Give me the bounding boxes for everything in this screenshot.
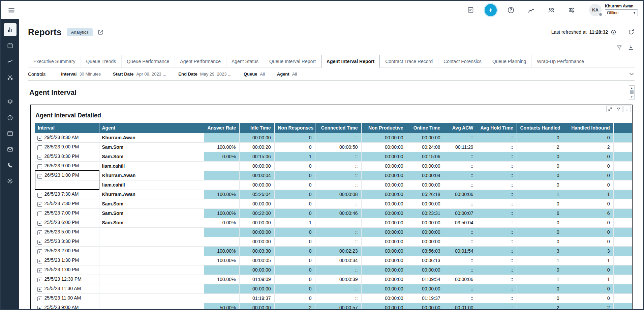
help-icon[interactable] [505, 4, 517, 16]
expand-row-icon[interactable]: + [37, 249, 42, 254]
tab-executive-summary[interactable]: Executive Summary [28, 55, 81, 67]
sidebar-item-calendar[interactable] [4, 39, 17, 52]
interval-cell[interactable]: −25/5/23 7:00 PM [35, 208, 99, 218]
column-header-avg-acw[interactable]: Avg ACW [444, 123, 477, 133]
download-icon[interactable] [628, 45, 634, 51]
agent-cell[interactable] [99, 284, 204, 293]
interval-cell[interactable]: +25/5/23 9:00 AM [35, 303, 99, 309]
collapse-row-icon[interactable]: − [37, 155, 42, 160]
agent-cell[interactable]: liam.cahill [99, 180, 204, 190]
sidebar-item-dashboard[interactable] [4, 127, 17, 140]
agent-cell[interactable] [99, 275, 204, 284]
interval-cell[interactable]: −25/5/23 6:00 PM [35, 218, 99, 227]
interval-cell[interactable]: −26/5/23 9:00 PM [35, 161, 99, 171]
sliders-icon[interactable] [565, 4, 578, 16]
interval-cell[interactable]: +25/5/23 1:00 PM [35, 265, 99, 275]
external-link-icon[interactable] [97, 29, 104, 35]
scroll-up-icon[interactable]: ▲ [629, 86, 634, 90]
chevron-down-icon[interactable] [628, 71, 635, 77]
column-header-answer-rate[interactable]: Answer Rate [204, 123, 239, 133]
tab-wrap-up-performance[interactable]: Wrap-Up Performance [531, 55, 589, 67]
interval-cell[interactable]: −26/5/23 7:30 AM [35, 190, 99, 199]
agent-cell[interactable] [99, 246, 204, 256]
tab-agent-status[interactable]: Agent Status [226, 55, 264, 67]
collapse-row-icon[interactable]: − [37, 174, 42, 179]
agent-cell[interactable]: Sam.Som [99, 199, 204, 208]
agent-cell[interactable] [99, 303, 204, 309]
agent-cell[interactable] [99, 265, 204, 275]
scroll-thumb[interactable] [630, 90, 634, 94]
agent-cell[interactable] [99, 237, 204, 246]
sidebar-item-contacts[interactable] [4, 159, 17, 172]
avatar[interactable]: KA [589, 4, 602, 16]
interval-cell[interactable]: −28/5/23 8:30 PM [35, 152, 99, 161]
filter-icon[interactable] [615, 106, 622, 112]
column-header-non-productive[interactable]: Non Productive [361, 123, 407, 133]
agent-cell[interactable]: liam.cahill [99, 161, 204, 171]
interval-cell[interactable]: +25/5/23 3:30 PM [35, 237, 99, 246]
control-filter-agent[interactable]: AgentAll [277, 72, 297, 77]
interval-cell[interactable]: −26/5/23 1:00 PM [35, 171, 99, 180]
agent-cell[interactable]: Sam.Som [99, 142, 204, 152]
tab-queue-trends[interactable]: Queue Trends [81, 55, 121, 67]
expand-row-icon[interactable]: + [37, 268, 42, 273]
tab-contract-trace-record[interactable]: Contract Trace Record [380, 55, 438, 67]
sidebar-item-email[interactable] [4, 143, 17, 156]
expand-icon[interactable] [606, 106, 614, 112]
agent-cell[interactable] [99, 227, 204, 237]
collapse-row-icon[interactable]: − [37, 212, 42, 216]
collapse-row-icon[interactable]: − [37, 145, 42, 150]
interval-cell[interactable]: +25/5/23 2:00 PM [35, 246, 99, 256]
refresh-icon[interactable] [628, 29, 635, 35]
expand-row-icon[interactable]: + [37, 297, 42, 301]
column-header-non-responses[interactable]: Non Responses [274, 123, 315, 133]
column-header-avg-hold-time[interactable]: Avg Hold Time [477, 123, 517, 133]
interval-cell[interactable]: +25/5/23 5:00 PM [35, 227, 99, 237]
collapse-row-icon[interactable]: − [37, 221, 42, 226]
menu-icon[interactable] [6, 5, 17, 16]
column-header-online-time[interactable]: Online Time [407, 123, 444, 133]
column-header-interval[interactable]: Interval [35, 123, 99, 133]
interval-cell[interactable] [35, 180, 99, 190]
interval-cell[interactable]: −25/5/23 7:30 PM [35, 199, 99, 208]
agent-cell[interactable] [99, 256, 204, 265]
sidebar-item-tools[interactable] [4, 71, 17, 84]
sidebar-item-reports[interactable] [4, 23, 17, 36]
agent-cell[interactable]: Khurram.Awan [99, 171, 204, 180]
column-header-idle-time[interactable]: Idle Time [239, 123, 274, 133]
agent-cell[interactable]: Khurram.Awan [99, 133, 204, 142]
agent-cell[interactable]: Khurram.Awan [99, 190, 204, 199]
sidebar-item-queues[interactable] [4, 95, 17, 108]
control-filter-queue[interactable]: QueueAll [244, 72, 265, 77]
column-header-connected-time[interactable]: Connected Time [315, 123, 361, 133]
column-header-handled-inbound[interactable]: Handled Inbound [563, 123, 613, 133]
notes-icon[interactable] [464, 4, 477, 16]
interval-cell[interactable]: −28/5/23 9:00 PM [35, 142, 99, 152]
agent-cell[interactable] [99, 293, 204, 303]
control-filter-end-date[interactable]: End DateMay 29, 2023 ... [178, 72, 232, 77]
interval-cell[interactable]: +25/5/23 11:30 AM [35, 284, 99, 293]
control-filter-interval[interactable]: Interval30 Minutes [61, 72, 101, 77]
users-icon[interactable] [545, 4, 557, 16]
interval-cell[interactable]: −29/5/23 8:30 AM [35, 133, 99, 142]
tab-queue-planning[interactable]: Queue Planning [487, 55, 531, 67]
expand-row-icon[interactable]: + [37, 230, 42, 235]
expand-row-icon[interactable]: + [37, 287, 42, 292]
status-select[interactable]: Offline ▼ [605, 9, 638, 16]
tab-agent-interval-report[interactable]: Agent Interval Report [321, 55, 380, 68]
collapse-row-icon[interactable]: − [37, 164, 42, 169]
agent-cell[interactable]: Sam.Som [99, 208, 204, 218]
column-header-han[interactable]: Han [613, 123, 632, 133]
expand-row-icon[interactable]: + [37, 278, 42, 282]
tab-contact-forensics[interactable]: Contact Forensics [438, 55, 487, 67]
scroll-down-icon[interactable]: ▼ [629, 95, 634, 99]
interval-cell[interactable]: +25/5/23 12:30 PM [35, 275, 99, 284]
info-icon[interactable] [611, 29, 616, 35]
tab-agent-performance[interactable]: Agent Performance [175, 55, 226, 67]
filter-icon[interactable] [616, 45, 622, 51]
interval-cell[interactable]: +25/5/23 1:30 PM [35, 256, 99, 265]
agent-cell[interactable]: Sam.Som [99, 218, 204, 227]
column-header-contacts-handled[interactable]: Contacts Handled [517, 123, 563, 133]
sidebar-item-settings[interactable] [4, 175, 17, 188]
column-header-agent[interactable]: Agent [99, 123, 204, 133]
